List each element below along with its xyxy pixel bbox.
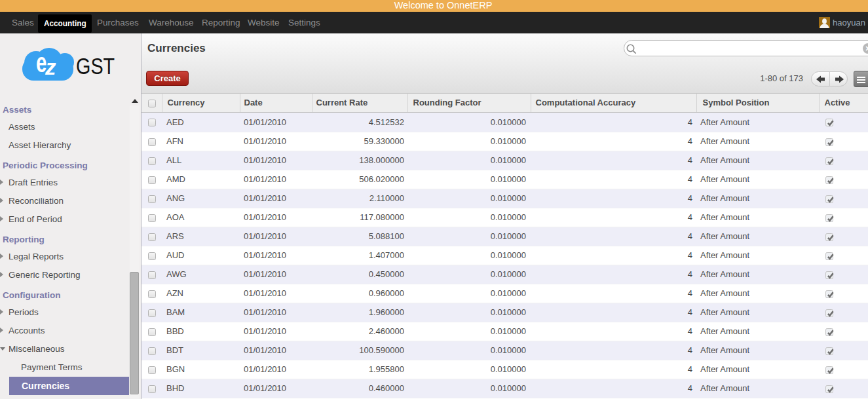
svg-text:GST: GST [76,52,115,79]
svg-text:z: z [45,55,56,79]
